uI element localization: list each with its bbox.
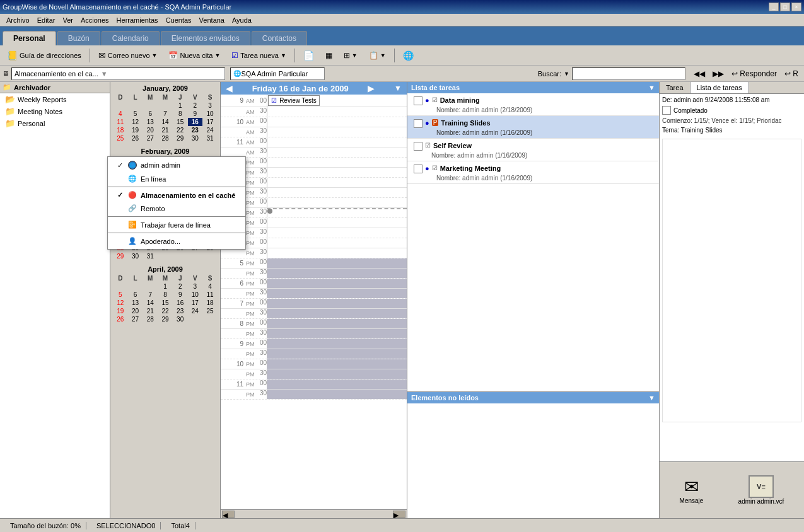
task-checkbox-4[interactable]	[414, 165, 422, 173]
prev-day-btn[interactable]: ◀	[226, 83, 233, 93]
time-slot-11pm-00: 11 PM 00	[221, 379, 407, 390]
tab-enviados[interactable]: Elementos enviados	[161, 31, 250, 45]
footer-mensaje[interactable]: ✉ Mensaje	[680, 477, 704, 504]
new-task-btn[interactable]: ☑ Tarea nueva ▼	[227, 47, 290, 64]
scroll-left-btn[interactable]: ◀	[222, 511, 235, 518]
search-input[interactable]	[572, 67, 685, 80]
task-checkbox-3[interactable]	[414, 142, 422, 151]
next-day-btn[interactable]: ▶	[368, 83, 375, 93]
tab-personal[interactable]: Personal	[3, 31, 56, 45]
menu-ayuda[interactable]: Ayuda	[228, 15, 255, 25]
menu-trabajar-offline[interactable]: 📴 Trabajar fuera de línea	[108, 218, 245, 231]
view-btn-2[interactable]: ⊞ ▼	[339, 47, 362, 64]
task-item-self-review[interactable]: ☑ Self Review Nombre: admin admin (1/16/…	[407, 139, 659, 161]
view-btn-3[interactable]: 📋 ▼	[364, 47, 390, 64]
day-view-scroll[interactable]: 9 AM 00 ☑ Review Tests AM 30	[221, 95, 407, 509]
completed-checkbox[interactable]	[662, 106, 671, 115]
collapse-btn[interactable]: ▼	[394, 84, 402, 93]
task-checkbox-1[interactable]	[414, 96, 422, 105]
menu-admin-admin[interactable]: ✓ 🌐 admin admin	[108, 158, 245, 172]
reply-btn[interactable]: ↩ Responder	[728, 67, 780, 80]
separator-2	[108, 216, 245, 217]
maximize-btn[interactable]: □	[780, 3, 790, 11]
web-btn[interactable]: 🌐	[399, 47, 418, 64]
view-btn-1[interactable]: ▦	[321, 47, 337, 64]
menu-archivo[interactable]: Archivo	[3, 15, 33, 25]
far-right-tabs: Tarea Lista de tareas	[660, 82, 804, 94]
email-subject-row: Tema: Training Slides	[662, 127, 801, 134]
email-body-scroll[interactable]	[662, 139, 801, 422]
time-slot-11am-30: AM 30	[221, 147, 407, 158]
search-area: Buscar: ▼	[538, 67, 685, 80]
task-item-training-slides[interactable]: ● P Training Slides Nombre: admin admin …	[407, 116, 659, 139]
time-slot-6pm-00: 6 PM 00	[221, 279, 407, 289]
sidebar-item-meeting-notes[interactable]: 📁 Meeting Notes	[0, 105, 110, 117]
current-date: Friday 16 de Jan de 2009	[252, 84, 349, 93]
menu-editar[interactable]: Editar	[33, 15, 59, 25]
offline-icon: 📴	[128, 221, 137, 229]
sidebar-item-weekly-reports[interactable]: 📂 Weekly Reports	[0, 93, 110, 105]
appointment-review-tests[interactable]: ☑ Review Tests	[268, 95, 320, 106]
reply-all-btn[interactable]: ↩ R	[781, 67, 801, 80]
time-slot-10pm-30: PM 30	[221, 369, 407, 379]
task-panel: Lista de tareas ▼ ● ☑ Data mining	[407, 82, 659, 392]
new-mail-btn[interactable]: ✉ Correo nuevo ▼	[94, 47, 162, 64]
nav-tabs: Personal Buzón Calendario Elementos envi…	[0, 26, 804, 45]
menu-en-linea[interactable]: 🌐 En línea	[108, 172, 245, 185]
mini-cal-april: April, 2009 DLMMJVS 1234 567891011 12131…	[113, 265, 218, 323]
window-controls[interactable]: _ □ ×	[769, 3, 801, 11]
menu-bar: Archivo Editar Ver Acciones Herramientas…	[0, 14, 804, 26]
minimize-btn[interactable]: _	[769, 3, 779, 11]
menu-almacenamiento[interactable]: ✓ 🔴 Almacenamiento en el caché	[108, 188, 245, 202]
new-appt-btn[interactable]: 📅 Nueva cita ▼	[164, 47, 224, 64]
sidebar: 📁 Archivador 📂 Weekly Reports 📁 Meeting …	[0, 82, 110, 518]
address-guide-btn[interactable]: 📒 Guía de direcciones	[3, 47, 86, 64]
task-item-marketing-meeting[interactable]: ● ☑ Marketing Meeting Nombre: admin admi…	[407, 161, 659, 184]
scroll-right-btn[interactable]: ▶	[393, 511, 405, 518]
footer-vcf[interactable]: V≡ admin admin.vcf	[738, 475, 784, 505]
task-list: ● ☑ Data mining Nombre: admin admin (2/1…	[407, 93, 659, 391]
sidebar-item-personal[interactable]: 📁 Personal	[0, 117, 110, 129]
tab-lista-tareas[interactable]: Lista de tareas	[690, 82, 749, 93]
time-slot-1pm-00: 1 PM 00	[221, 178, 407, 188]
address-left[interactable]: Almacenamiento en el ca... ▼	[11, 67, 225, 80]
menu-acciones[interactable]: Acciones	[77, 15, 113, 25]
time-slot-10am-00: 10 AM 00	[221, 117, 407, 127]
tab-tarea[interactable]: Tarea	[660, 82, 690, 93]
tab-contactos[interactable]: Contactos	[252, 31, 307, 45]
unread-content	[407, 403, 659, 518]
menu-cuentas[interactable]: Cuentas	[162, 15, 195, 25]
task-icon-ppt: P	[432, 119, 439, 126]
priority-dot-1: ●	[425, 96, 429, 104]
task-checkbox-2[interactable]	[414, 119, 422, 128]
task-panel-collapse[interactable]: ▼	[648, 84, 655, 91]
menu-remoto[interactable]: 🔗 Remoto	[108, 202, 245, 215]
close-btn[interactable]: ×	[791, 3, 801, 11]
task-item-data-mining[interactable]: ● ☑ Data mining Nombre: admin admin (2/1…	[407, 93, 659, 116]
tab-buzon[interactable]: Buzón	[57, 31, 100, 45]
blank-btn-1[interactable]: 📄	[299, 47, 318, 64]
cache-icon: 🔴	[128, 191, 137, 199]
time-slot-12pm-00: 12 PM 00	[221, 158, 407, 168]
menu-herramientas[interactable]: Herramientas	[113, 15, 162, 25]
time-slot-3pm-00: 3 PM 00	[221, 218, 407, 228]
content-area: January, 2009 DLMMJVS 123 4	[110, 82, 804, 518]
toolbar: 📒 Guía de direcciones ✉ Correo nuevo ▼ 📅…	[0, 45, 804, 66]
dropdown-menu: ✓ 🌐 admin admin 🌐 En línea ✓ 🔴 Almacenam…	[107, 156, 246, 250]
menu-ventana[interactable]: Ventana	[195, 15, 228, 25]
nav-fwd-btn[interactable]: ▶▶	[709, 67, 727, 80]
checklist-icon: ☑	[271, 97, 277, 104]
menu-ver[interactable]: Ver	[59, 15, 77, 25]
time-slot-7pm-30: PM 30	[221, 309, 407, 319]
time-slot-3pm-30: PM 30	[221, 228, 407, 238]
unread-panel-collapse[interactable]: ▼	[648, 394, 655, 402]
tab-calendario[interactable]: Calendario	[102, 31, 160, 45]
time-slot-4pm-30: PM 30	[221, 248, 407, 258]
separator-1	[90, 49, 90, 62]
time-slot-5pm-00: 5 PM 00	[221, 258, 407, 269]
menu-apoderado[interactable]: 👤 Apoderado...	[108, 234, 245, 248]
nav-back-btn[interactable]: ◀◀	[690, 67, 708, 80]
task-icon-3: ☑	[425, 142, 431, 149]
day-view-scrollbar[interactable]: ◀ ▶	[221, 509, 407, 518]
status-selected: SELECCIONADO0	[91, 522, 161, 529]
